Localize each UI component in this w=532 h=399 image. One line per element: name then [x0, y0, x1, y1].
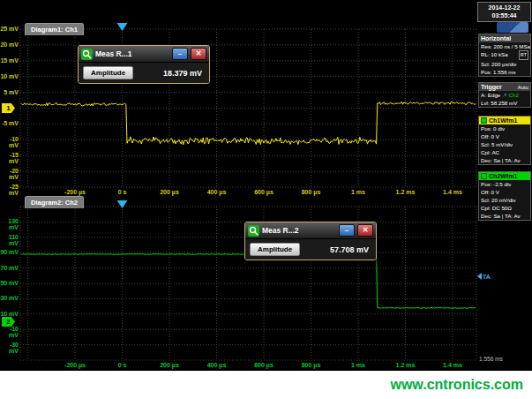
ch1-coupling: Cpl: AC — [479, 148, 530, 156]
meas1-popup-titlebar[interactable]: Meas R...1 – ✕ — [79, 46, 209, 63]
ch2-panel-title: Ch2Wfm1 — [489, 173, 517, 179]
trigger-type: Edge — [488, 91, 500, 99]
trigger-source: Ch2 — [509, 91, 519, 99]
horizontal-position: Pos: 1.556 ms — [479, 68, 530, 76]
trigger-panel-title: Trigger — [481, 84, 502, 90]
channel-active-led-icon — [481, 117, 487, 124]
date-text: 2014-12-22 — [478, 4, 530, 11]
trace-Ch2Wfm1 — [21, 253, 476, 308]
meas2-popup-titlebar[interactable]: Meas R...2 – ✕ — [245, 222, 376, 239]
trigger-a-label: A: — [481, 91, 486, 99]
horizontal-panel[interactable]: Horizontal Res: 200 ns / 5 MSa/s RL: 10 … — [478, 34, 531, 77]
trigger-panel[interactable]: Trigger Auto A: Edge ↗ Ch2 Lvl: 58.258 m… — [478, 82, 531, 108]
rising-edge-icon: ↗ — [502, 91, 506, 99]
trigger-level-label: TA — [483, 274, 491, 280]
measurement-magnifier-icon — [81, 49, 93, 60]
ch1-offset: Off: 0 V — [479, 132, 530, 140]
minimize-button[interactable]: – — [339, 224, 355, 237]
rohde-schwarz-logo — [497, 22, 528, 33]
datetime-display: 2014-12-22 03:55:44 — [477, 2, 531, 22]
trigger-level: Lvl: 58.258 mV — [479, 99, 530, 107]
meas2-popup: Meas R...2 – ✕ Amplitude 57.708 mV — [244, 222, 377, 260]
watermark: www.cntronics.com — [390, 377, 523, 393]
meas2-popup-title: Meas R...2 — [262, 226, 336, 235]
horizontal-resolution: Res: 200 ns / 5 MSa/s — [479, 42, 530, 50]
trigger-level-arrow-icon — [477, 273, 482, 280]
meas2-popup-body: Amplitude 57.708 mV — [245, 239, 376, 260]
watermark-strip: www.cntronics.com — [0, 371, 532, 399]
meas1-popup-title: Meas R...1 — [95, 49, 169, 58]
ch2-pos: Pos: -2.5 div — [479, 180, 530, 188]
ch1-panel-title: Ch1Wfm1 — [489, 117, 517, 124]
ch2-waveform-panel[interactable]: Ch2Wfm1 Pos: -2.5 div Off: 0 V Scl: 20 m… — [478, 171, 531, 221]
meas2-parameter-chip[interactable]: Amplitude — [250, 243, 300, 256]
minimize-button[interactable]: – — [172, 48, 188, 60]
ch1-waveform-panel[interactable]: Ch1Wfm1 Pos: 0 div Off: 0 V Scl: 5 mV/di… — [478, 116, 531, 165]
ch1-pos: Pos: 0 div — [479, 124, 530, 132]
measurement-magnifier-icon — [248, 225, 259, 237]
oscilloscope-screen: 25 mV20 mV15 mV10 mV5 mV-5 mV-10 mV-15 m… — [0, 0, 532, 399]
horizontal-scale: Scl: 200 µs/div — [479, 60, 530, 68]
ch2-decimation: Dec: Sa | TA: Av — [479, 212, 530, 220]
close-button[interactable]: ✕ — [357, 224, 373, 237]
ch2-offset: Off: 0 V — [479, 188, 530, 196]
meas1-popup: Meas R...1 – ✕ Amplitude 18.379 mV — [78, 45, 210, 84]
trigger-position-marker-icon[interactable] — [117, 200, 128, 208]
ch2-coupling: Cpl: DC 50Ω — [479, 204, 530, 212]
tab-diagram1[interactable]: Diagram1: Ch1 — [25, 23, 84, 35]
meas1-popup-body: Amplitude 18.379 mV — [79, 63, 209, 83]
time-text: 03:55:44 — [478, 11, 530, 19]
realtime-badge: RT — [519, 50, 528, 60]
timebase-right-label: 1.556 ms — [479, 356, 503, 362]
horizontal-record-length: RL: 10 kSa — [481, 50, 508, 60]
ch2-scale: Scl: 20 mV/div — [479, 196, 530, 204]
close-button[interactable]: ✕ — [191, 48, 206, 60]
channel-active-led-icon — [481, 173, 487, 179]
tab-diagram2[interactable]: Diagram2: Ch2 — [25, 196, 84, 208]
trigger-position-marker-icon[interactable] — [117, 23, 128, 31]
meas2-value: 57.708 mV — [330, 245, 371, 254]
meas1-parameter-chip[interactable]: Amplitude — [83, 66, 133, 79]
trigger-level-marker[interactable]: TA — [477, 273, 491, 280]
ch1-scale: Scl: 5 mV/div — [479, 140, 530, 148]
horizontal-panel-title: Horizontal — [481, 35, 511, 41]
meas1-value: 18.379 mV — [163, 69, 205, 78]
ch1-decimation: Dec: Sa | TA: Av — [479, 156, 530, 164]
trigger-mode: Auto — [518, 85, 528, 90]
